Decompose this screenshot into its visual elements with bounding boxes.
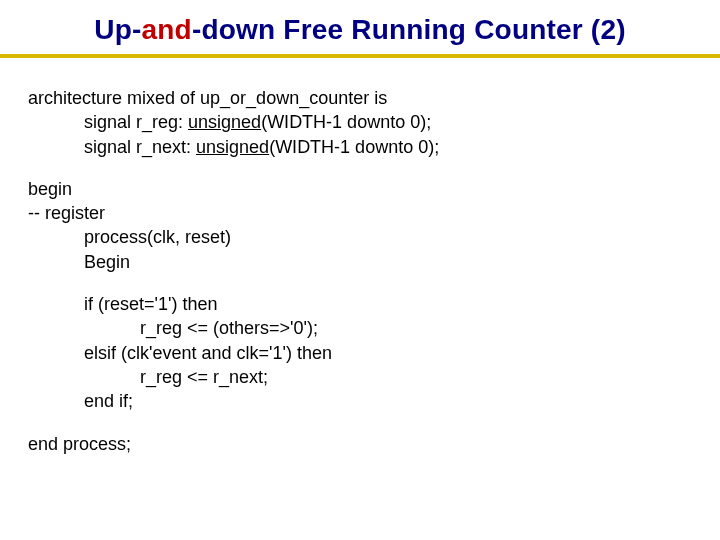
code-body: architecture mixed of up_or_down_counter… [28, 86, 692, 456]
signal-rreg-line: signal r_reg: unsigned(WIDTH-1 downto 0)… [28, 110, 692, 134]
process-begin-line: Begin [28, 250, 692, 274]
signal-rnext-type: unsigned [196, 137, 269, 157]
signal-rnext-post: (WIDTH-1 downto 0); [269, 137, 439, 157]
signal-rreg-pre: signal r_reg: [84, 112, 188, 132]
reset-assign-line: r_reg <= (others=>'0'); [28, 316, 692, 340]
signal-rnext-line: signal r_next: unsigned(WIDTH-1 downto 0… [28, 135, 692, 159]
title-prefix: Up- [94, 14, 141, 45]
title-suffix: -down Free Running Counter (2) [192, 14, 626, 45]
title-highlight: and [142, 14, 192, 45]
slide: Up-and-down Free Running Counter (2) arc… [0, 0, 720, 540]
comment-line: -- register [28, 201, 692, 225]
if-line: if (reset='1') then [28, 292, 692, 316]
slide-title: Up-and-down Free Running Counter (2) [0, 14, 720, 46]
begin-block: begin -- register process(clk, reset) Be… [28, 177, 692, 274]
arch-block: architecture mixed of up_or_down_counter… [28, 86, 692, 159]
signal-rreg-type: unsigned [188, 112, 261, 132]
process-line: process(clk, reset) [28, 225, 692, 249]
arch-line: architecture mixed of up_or_down_counter… [28, 86, 692, 110]
signal-rnext-pre: signal r_next: [84, 137, 196, 157]
next-assign-line: r_reg <= r_next; [28, 365, 692, 389]
begin-line: begin [28, 177, 692, 201]
endif-line: end if; [28, 389, 692, 413]
endprocess-line: end process; [28, 432, 692, 456]
if-block: if (reset='1') then r_reg <= (others=>'0… [28, 292, 692, 413]
title-underline [0, 54, 720, 58]
elsif-line: elsif (clk'event and clk='1') then [28, 341, 692, 365]
signal-rreg-post: (WIDTH-1 downto 0); [261, 112, 431, 132]
